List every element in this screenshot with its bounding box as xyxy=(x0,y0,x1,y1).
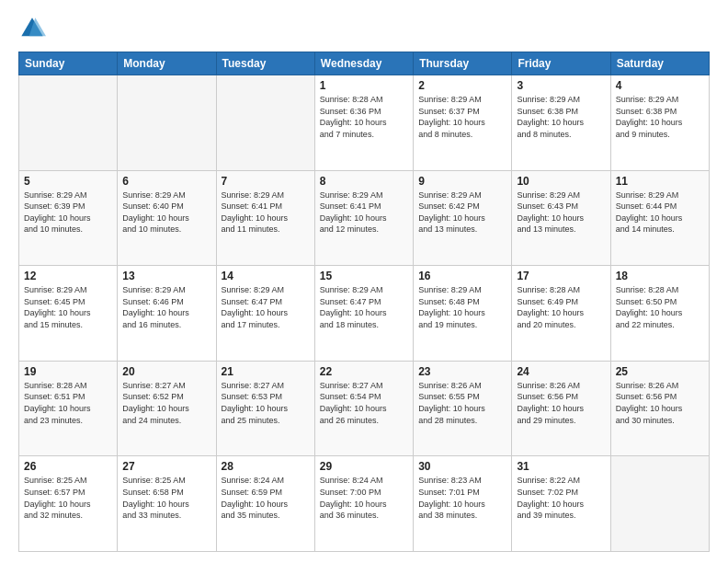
day-number: 8 xyxy=(320,175,408,188)
day-detail: Sunrise: 8:24 AM Sunset: 6:59 PM Dayligh… xyxy=(222,475,310,521)
day-number: 25 xyxy=(616,365,704,378)
calendar-day-cell: 14Sunrise: 8:29 AM Sunset: 6:47 PM Dayli… xyxy=(216,266,314,362)
calendar-day-cell: 24Sunrise: 8:26 AM Sunset: 6:56 PM Dayli… xyxy=(512,361,610,456)
calendar-day-cell: 2Sunrise: 8:29 AM Sunset: 6:37 PM Daylig… xyxy=(414,75,512,171)
day-number: 31 xyxy=(517,460,605,473)
day-detail: Sunrise: 8:29 AM Sunset: 6:39 PM Dayligh… xyxy=(24,190,112,236)
day-detail: Sunrise: 8:28 AM Sunset: 6:36 PM Dayligh… xyxy=(320,94,408,140)
day-detail: Sunrise: 8:29 AM Sunset: 6:48 PM Dayligh… xyxy=(418,284,506,330)
day-number: 10 xyxy=(517,175,605,188)
day-number: 27 xyxy=(122,460,210,473)
calendar-day-cell: 20Sunrise: 8:27 AM Sunset: 6:52 PM Dayli… xyxy=(118,361,216,456)
header xyxy=(18,15,710,42)
calendar-day-cell xyxy=(610,456,709,552)
day-detail: Sunrise: 8:27 AM Sunset: 6:54 PM Dayligh… xyxy=(320,380,408,426)
day-number: 15 xyxy=(320,270,408,282)
weekday-header-tuesday: Tuesday xyxy=(216,52,314,75)
weekday-header-wednesday: Wednesday xyxy=(314,52,413,75)
page: SundayMondayTuesdayWednesdayThursdayFrid… xyxy=(0,0,728,563)
day-detail: Sunrise: 8:25 AM Sunset: 6:57 PM Dayligh… xyxy=(24,475,112,521)
day-number: 18 xyxy=(616,270,704,282)
day-detail: Sunrise: 8:23 AM Sunset: 7:01 PM Dayligh… xyxy=(418,475,506,521)
day-detail: Sunrise: 8:29 AM Sunset: 6:37 PM Dayligh… xyxy=(418,94,506,140)
calendar-day-cell: 6Sunrise: 8:29 AM Sunset: 6:40 PM Daylig… xyxy=(118,170,216,266)
day-number: 9 xyxy=(418,175,506,188)
day-detail: Sunrise: 8:29 AM Sunset: 6:41 PM Dayligh… xyxy=(222,190,310,236)
day-detail: Sunrise: 8:29 AM Sunset: 6:38 PM Dayligh… xyxy=(616,94,704,140)
calendar-day-cell: 21Sunrise: 8:27 AM Sunset: 6:53 PM Dayli… xyxy=(216,361,314,456)
day-number: 16 xyxy=(418,270,506,282)
calendar-day-cell: 31Sunrise: 8:22 AM Sunset: 7:02 PM Dayli… xyxy=(512,456,610,552)
day-number: 28 xyxy=(222,460,310,473)
day-detail: Sunrise: 8:28 AM Sunset: 6:49 PM Dayligh… xyxy=(517,284,605,330)
calendar-day-cell: 16Sunrise: 8:29 AM Sunset: 6:48 PM Dayli… xyxy=(414,266,512,362)
calendar-table: SundayMondayTuesdayWednesdayThursdayFrid… xyxy=(18,52,710,552)
day-number: 22 xyxy=(320,365,408,378)
logo-icon xyxy=(18,15,46,42)
day-number: 5 xyxy=(24,175,112,188)
calendar-week-row: 26Sunrise: 8:25 AM Sunset: 6:57 PM Dayli… xyxy=(19,456,710,552)
day-detail: Sunrise: 8:26 AM Sunset: 6:55 PM Dayligh… xyxy=(418,380,506,426)
weekday-header-row: SundayMondayTuesdayWednesdayThursdayFrid… xyxy=(19,52,710,75)
day-detail: Sunrise: 8:27 AM Sunset: 6:52 PM Dayligh… xyxy=(122,380,210,426)
calendar-day-cell: 12Sunrise: 8:29 AM Sunset: 6:45 PM Dayli… xyxy=(19,266,118,362)
calendar-day-cell: 19Sunrise: 8:28 AM Sunset: 6:51 PM Dayli… xyxy=(19,361,118,456)
day-number: 6 xyxy=(122,175,210,188)
day-detail: Sunrise: 8:25 AM Sunset: 6:58 PM Dayligh… xyxy=(122,475,210,521)
calendar-day-cell: 5Sunrise: 8:29 AM Sunset: 6:39 PM Daylig… xyxy=(19,170,118,266)
calendar-day-cell xyxy=(216,75,314,171)
day-detail: Sunrise: 8:28 AM Sunset: 6:51 PM Dayligh… xyxy=(24,380,112,426)
day-number: 12 xyxy=(24,270,112,282)
calendar-day-cell: 28Sunrise: 8:24 AM Sunset: 6:59 PM Dayli… xyxy=(216,456,314,552)
calendar-day-cell: 8Sunrise: 8:29 AM Sunset: 6:41 PM Daylig… xyxy=(314,170,413,266)
day-number: 4 xyxy=(616,79,704,92)
calendar-day-cell: 29Sunrise: 8:24 AM Sunset: 7:00 PM Dayli… xyxy=(314,456,413,552)
day-number: 23 xyxy=(418,365,506,378)
calendar-week-row: 5Sunrise: 8:29 AM Sunset: 6:39 PM Daylig… xyxy=(19,170,710,266)
day-number: 13 xyxy=(122,270,210,282)
calendar-day-cell: 27Sunrise: 8:25 AM Sunset: 6:58 PM Dayli… xyxy=(118,456,216,552)
day-detail: Sunrise: 8:29 AM Sunset: 6:41 PM Dayligh… xyxy=(320,190,408,236)
calendar-day-cell: 10Sunrise: 8:29 AM Sunset: 6:43 PM Dayli… xyxy=(512,170,610,266)
calendar-day-cell: 7Sunrise: 8:29 AM Sunset: 6:41 PM Daylig… xyxy=(216,170,314,266)
weekday-header-thursday: Thursday xyxy=(414,52,512,75)
calendar-week-row: 12Sunrise: 8:29 AM Sunset: 6:45 PM Dayli… xyxy=(19,266,710,362)
day-detail: Sunrise: 8:29 AM Sunset: 6:45 PM Dayligh… xyxy=(24,284,112,330)
day-number: 2 xyxy=(418,79,506,92)
day-detail: Sunrise: 8:26 AM Sunset: 6:56 PM Dayligh… xyxy=(616,380,704,426)
day-number: 24 xyxy=(517,365,605,378)
day-number: 3 xyxy=(517,79,605,92)
calendar-day-cell: 3Sunrise: 8:29 AM Sunset: 6:38 PM Daylig… xyxy=(512,75,610,171)
calendar-day-cell: 13Sunrise: 8:29 AM Sunset: 6:46 PM Dayli… xyxy=(118,266,216,362)
day-detail: Sunrise: 8:29 AM Sunset: 6:43 PM Dayligh… xyxy=(517,190,605,236)
day-detail: Sunrise: 8:29 AM Sunset: 6:38 PM Dayligh… xyxy=(517,94,605,140)
calendar-day-cell: 4Sunrise: 8:29 AM Sunset: 6:38 PM Daylig… xyxy=(610,75,709,171)
calendar-week-row: 1Sunrise: 8:28 AM Sunset: 6:36 PM Daylig… xyxy=(19,75,710,171)
calendar-day-cell: 1Sunrise: 8:28 AM Sunset: 6:36 PM Daylig… xyxy=(314,75,413,171)
day-number: 26 xyxy=(24,460,112,473)
calendar-day-cell xyxy=(118,75,216,171)
calendar-day-cell: 15Sunrise: 8:29 AM Sunset: 6:47 PM Dayli… xyxy=(314,266,413,362)
calendar-week-row: 19Sunrise: 8:28 AM Sunset: 6:51 PM Dayli… xyxy=(19,361,710,456)
day-number: 19 xyxy=(24,365,112,378)
calendar-day-cell: 26Sunrise: 8:25 AM Sunset: 6:57 PM Dayli… xyxy=(19,456,118,552)
calendar-day-cell: 17Sunrise: 8:28 AM Sunset: 6:49 PM Dayli… xyxy=(512,266,610,362)
day-number: 14 xyxy=(222,270,310,282)
weekday-header-friday: Friday xyxy=(512,52,610,75)
day-number: 7 xyxy=(222,175,310,188)
day-number: 21 xyxy=(222,365,310,378)
calendar-day-cell: 11Sunrise: 8:29 AM Sunset: 6:44 PM Dayli… xyxy=(610,170,709,266)
calendar-day-cell: 9Sunrise: 8:29 AM Sunset: 6:42 PM Daylig… xyxy=(414,170,512,266)
day-detail: Sunrise: 8:26 AM Sunset: 6:56 PM Dayligh… xyxy=(517,380,605,426)
weekday-header-saturday: Saturday xyxy=(610,52,709,75)
day-number: 17 xyxy=(517,270,605,282)
calendar-day-cell: 25Sunrise: 8:26 AM Sunset: 6:56 PM Dayli… xyxy=(610,361,709,456)
day-detail: Sunrise: 8:29 AM Sunset: 6:40 PM Dayligh… xyxy=(122,190,210,236)
logo xyxy=(18,15,50,42)
calendar-day-cell xyxy=(19,75,118,171)
day-detail: Sunrise: 8:29 AM Sunset: 6:42 PM Dayligh… xyxy=(418,190,506,236)
day-detail: Sunrise: 8:22 AM Sunset: 7:02 PM Dayligh… xyxy=(517,475,605,521)
calendar-day-cell: 18Sunrise: 8:28 AM Sunset: 6:50 PM Dayli… xyxy=(610,266,709,362)
calendar-day-cell: 23Sunrise: 8:26 AM Sunset: 6:55 PM Dayli… xyxy=(414,361,512,456)
day-detail: Sunrise: 8:29 AM Sunset: 6:47 PM Dayligh… xyxy=(222,284,310,330)
